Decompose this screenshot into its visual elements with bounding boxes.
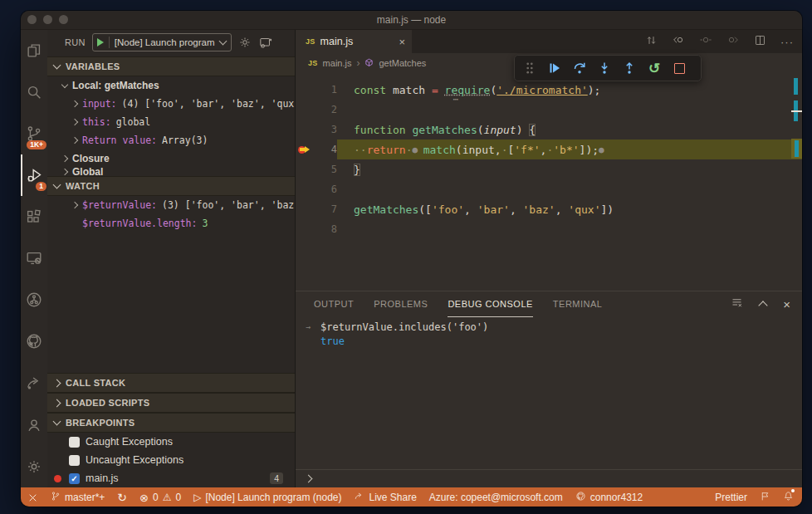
more-actions-icon[interactable]: ··· [780, 36, 794, 48]
variable-row[interactable]: this: global [47, 113, 295, 131]
variable-name: this: [82, 116, 111, 128]
breakpoint-gutter[interactable] [296, 179, 314, 199]
configure-gear-icon[interactable] [238, 36, 252, 49]
explorer-icon[interactable] [21, 30, 47, 71]
close-panel-icon[interactable]: × [783, 298, 790, 311]
split-editor-icon[interactable] [754, 34, 766, 50]
pull-requests-icon[interactable] [21, 279, 47, 321]
scope-row[interactable]: Global [47, 168, 295, 176]
variable-row[interactable]: input: (4) ['foo', 'bar', 'baz', 'qux'] [47, 95, 295, 113]
breakpoints-section-header[interactable]: BREAKPOINTS [47, 413, 295, 433]
checkbox-checked[interactable]: ✓ [69, 473, 80, 484]
loaded-scripts-section-header[interactable]: LOADED SCRIPTS [47, 393, 295, 413]
breakpoint-gutter[interactable] [296, 159, 314, 179]
tab-problems[interactable]: PROBLEMS [374, 291, 428, 317]
step-out-button[interactable] [619, 58, 639, 78]
run-and-debug-icon[interactable]: 1 [21, 154, 47, 196]
overview-ruler[interactable] [791, 73, 802, 291]
scope-row[interactable]: Local: getMatches [47, 76, 295, 95]
azure-account-item[interactable]: Azure: copeet@microsoft.com [429, 492, 563, 503]
restart-button[interactable]: ↺ [644, 58, 664, 78]
open-debug-console-icon[interactable] [258, 36, 272, 50]
variable-row[interactable]: Return value: Array(3) [47, 131, 295, 149]
launch-config-dropdown[interactable]: [Node] Launch program [92, 33, 232, 51]
breakpoint-gutter[interactable] [296, 80, 314, 100]
settings-gear-icon[interactable] [21, 446, 47, 487]
reverse-continue-icon[interactable] [699, 33, 712, 50]
watch-section-header[interactable]: WATCH [47, 176, 295, 196]
code-line-4[interactable]: 4··return·● match(input,·['f*',·'b*']);● [296, 140, 802, 159]
breakpoint-row-caught-exceptions[interactable]: Caught Exceptions [47, 433, 295, 451]
accounts-icon[interactable] [21, 404, 47, 446]
warning-count: 0 [175, 492, 181, 503]
live-share-icon[interactable] [21, 362, 47, 404]
breadcrumb-symbol[interactable]: getMatches [379, 58, 426, 68]
remote-indicator[interactable] [27, 492, 38, 503]
breakpoint-gutter[interactable] [296, 120, 314, 140]
title-bar[interactable]: main.js — node [21, 11, 802, 30]
remote-explorer-icon[interactable] [21, 237, 47, 279]
code-line-7[interactable]: 7getMatches(['foo', 'bar', 'baz', 'qux']… [296, 199, 802, 219]
step-over-button[interactable] [570, 58, 589, 78]
call-stack-section-header[interactable]: CALL STACK [47, 373, 295, 393]
breakpoint-row-main-js[interactable]: ✓ main.js 4 [47, 469, 295, 487]
tab-debug-console[interactable]: DEBUG CONSOLE [448, 291, 532, 317]
github-user-item[interactable]: connor4312 [575, 491, 643, 504]
code-line-1[interactable]: 1const match = require('./micromatch'); [296, 80, 802, 100]
code-line-2[interactable]: 2 [296, 100, 802, 120]
step-back-icon[interactable] [672, 33, 685, 50]
stop-button[interactable] [669, 58, 689, 78]
breakpoint-gutter[interactable] [296, 100, 314, 120]
source-control-icon[interactable]: 1K+ [21, 113, 47, 154]
debug-launch-item[interactable]: ▷ [Node] Launch program (node) [193, 492, 341, 503]
code-editor[interactable]: 1const match = require('./micromatch');2… [296, 73, 802, 291]
variable-row[interactable]: $returnValue: (3) ['foo', 'bar', 'baz'] [47, 196, 295, 214]
breakpoint-row-uncaught-exceptions[interactable]: Uncaught Exceptions [47, 451, 295, 469]
sync-changes-item[interactable]: ↻ [117, 491, 127, 504]
code-line-5[interactable]: 5} [296, 159, 802, 179]
debug-sidebar: RUN [Node] Launch program [47, 30, 296, 487]
breakpoint-gutter[interactable] [296, 219, 314, 239]
code-line-8[interactable]: 8 [296, 219, 802, 239]
code-line-3[interactable]: 3function getMatches(input) { [296, 120, 802, 140]
debug-console-input[interactable] [296, 469, 802, 487]
search-icon[interactable] [21, 71, 47, 113]
close-tab-icon[interactable]: × [399, 37, 405, 47]
tab-terminal[interactable]: TERMINAL [553, 291, 603, 317]
debug-console-output[interactable]: → $returnValue.includes('foo') true [296, 316, 802, 469]
problems-item[interactable]: ⊗ 0 ⚠ 0 [139, 492, 181, 504]
code-token: 'b*' [553, 144, 579, 156]
github-icon[interactable] [21, 321, 47, 362]
feedback-item[interactable] [760, 491, 770, 504]
code-token: ([ [418, 203, 432, 216]
extensions-icon[interactable] [21, 196, 47, 237]
variable-row[interactable]: $returnValue.length: 3 [47, 214, 295, 233]
checkbox-unchecked[interactable] [69, 455, 80, 466]
debug-toolbar[interactable]: ↺ [514, 55, 702, 81]
scope-row[interactable]: Closure [47, 149, 295, 168]
live-share-item[interactable]: Live Share [354, 491, 416, 504]
maximize-panel-icon[interactable] [759, 301, 768, 310]
continue-button[interactable] [545, 58, 565, 78]
step-forward-icon[interactable] [726, 33, 740, 50]
prettier-item[interactable]: Prettier [715, 492, 747, 503]
step-into-button[interactable] [594, 58, 614, 78]
github-icon [575, 491, 586, 504]
variables-rows: Local: getMatchesinput: (4) ['foo', 'bar… [47, 76, 295, 176]
checkbox-unchecked[interactable] [69, 437, 80, 448]
breakpoint-gutter[interactable] [296, 199, 314, 219]
start-debug-icon[interactable] [97, 38, 104, 47]
current-statement-breakpoint-icon[interactable] [296, 140, 314, 159]
drag-grip-icon[interactable] [520, 58, 540, 78]
code-token: input, [462, 144, 501, 156]
open-changes-icon[interactable] [645, 34, 658, 50]
tab-main-js[interactable]: JS main.js × [296, 30, 412, 53]
breadcrumb-file[interactable]: main.js [323, 58, 352, 68]
code-token: 'qux' [568, 203, 600, 216]
code-line-6[interactable]: 6 [296, 179, 802, 199]
clear-console-icon[interactable] [731, 296, 743, 312]
variables-section-header[interactable]: VARIABLES [47, 56, 295, 76]
tab-output[interactable]: OUTPUT [314, 291, 354, 317]
git-branch-item[interactable]: master*+ [51, 491, 105, 504]
notifications-item[interactable] [783, 491, 794, 504]
